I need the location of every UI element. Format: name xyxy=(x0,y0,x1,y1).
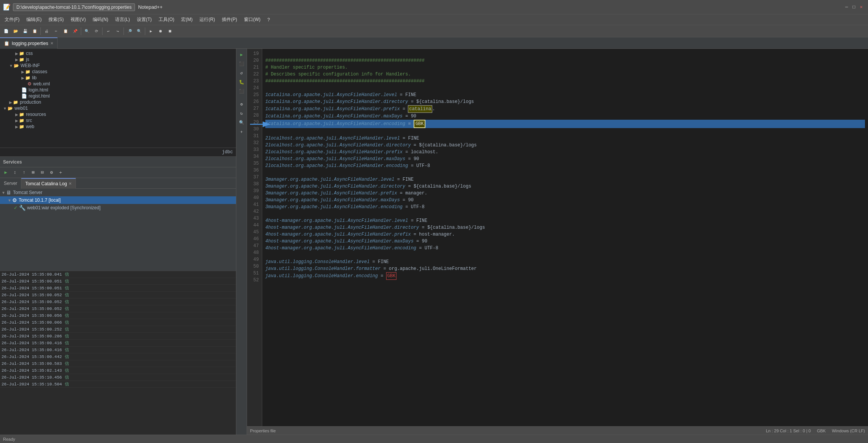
code-line-27: 1catalina.org.apache.juli.AsyncFileHandl… xyxy=(265,105,865,113)
tree-item-css[interactable]: ▶ 📁 css xyxy=(0,50,236,56)
menu-settings[interactable]: 设置(T) xyxy=(134,16,155,24)
tree-label: js xyxy=(26,57,29,62)
menu-file[interactable]: 文件(F) xyxy=(2,16,22,24)
code-val: ${catalina.base}/logs xyxy=(427,224,485,231)
tree-item-production[interactable]: ▶ 📁 production xyxy=(0,99,236,105)
tb-cut[interactable]: ✂ xyxy=(51,27,61,36)
code-eq: = xyxy=(403,149,411,156)
menu-help[interactable]: ? xyxy=(264,16,273,23)
log-time: 26-Jul-2024 15:35:10.504 xyxy=(2,382,62,387)
tree-item-classes[interactable]: ▶ 📁 classes xyxy=(0,69,236,75)
arrow-icon: ▶ xyxy=(9,100,12,104)
code-key: 3manager.org.apache.juli.AsyncFileHandle… xyxy=(265,176,394,183)
server-tab-catalina[interactable]: Tomcat Catalina Log ✕ xyxy=(21,178,75,189)
log-time: 26-Jul-2024 15:35:00.442 xyxy=(2,355,62,359)
tree-item-webinf[interactable]: ▼ 📂 WEB-INF xyxy=(0,63,236,69)
minimize-btn[interactable]: ─ xyxy=(845,5,848,10)
tree-item-web[interactable]: ▶ 📁 web xyxy=(0,124,236,130)
tree-label: web.xml xyxy=(33,81,50,87)
svc-group-btn[interactable]: ⊞ xyxy=(29,169,37,177)
code-line-48 xyxy=(265,252,865,258)
tab-close-btn[interactable]: ✕ xyxy=(50,41,53,45)
menu-view[interactable]: 视图(V) xyxy=(67,16,89,24)
tb-zoom-out[interactable]: 🔍 xyxy=(135,27,144,36)
vtb-add[interactable]: ＋ xyxy=(237,127,246,136)
menu-lang[interactable]: 语言(L) xyxy=(112,16,133,24)
code-key: 1catalina.org.apache.juli.AsyncFileHandl… xyxy=(265,120,405,127)
tb-zoom-in[interactable]: 🔎 xyxy=(125,27,134,36)
svc-run-btn[interactable]: ▶ xyxy=(2,169,10,177)
code-line-35: 2localhost.org.apache.juli.AsyncFileHand… xyxy=(265,162,865,169)
menu-search[interactable]: 搜索(S) xyxy=(45,16,67,24)
tb-macro[interactable]: ▶ xyxy=(146,27,156,36)
menu-window[interactable]: 窗口(W) xyxy=(241,16,263,24)
log-level: 信 xyxy=(65,326,69,332)
code-content[interactable]: ########################################… xyxy=(262,49,868,426)
code-line-19 xyxy=(265,50,865,57)
code-key: 1catalina.org.apache.juli.AsyncFileHandl… xyxy=(265,106,400,112)
code-eq: = xyxy=(408,162,416,169)
vtb-refresh[interactable]: ↻ xyxy=(237,109,246,117)
menu-macro[interactable]: 宏(M) xyxy=(178,16,196,24)
tb-undo[interactable]: ↩ xyxy=(104,27,113,36)
server-tree-tomcat-version[interactable]: ▼ ⚙ Tomcat 10.1.7 [local] xyxy=(0,196,236,204)
tree-item-loginhtml[interactable]: 📄 login.html xyxy=(0,87,236,93)
tb-find[interactable]: 🔍 xyxy=(82,27,91,36)
code-eq: = xyxy=(370,258,378,265)
log-time: 26-Jul-2024 15:35:02.143 xyxy=(2,368,62,373)
tb-replace[interactable]: ⟳ xyxy=(92,27,101,36)
tb-redo[interactable]: ↪ xyxy=(113,27,122,36)
tree-item-web01[interactable]: ▼ 📂 web01 xyxy=(0,105,236,111)
log-time: 26-Jul-2024 15:35:00.416 xyxy=(2,348,62,352)
tree-item-resources[interactable]: ▶ 📁 resources xyxy=(0,111,236,117)
vtb-stop2[interactable]: ⬛ xyxy=(237,87,246,95)
menu-plugins[interactable]: 插件(P) xyxy=(219,16,240,24)
tb-copy[interactable]: 📋 xyxy=(61,27,70,36)
menu-bar: 文件(F) 编辑(E) 搜索(S) 视图(V) 编码(N) 语言(L) 设置(T… xyxy=(0,14,868,25)
vtb-settings[interactable]: ⚙ xyxy=(237,100,246,108)
vtb-debug[interactable]: 🐛 xyxy=(237,78,246,86)
tree-item-webxml[interactable]: ⚙ web.xml xyxy=(0,81,236,87)
svc-expand-btn[interactable]: ↑ xyxy=(20,169,28,177)
log-row: 26-Jul-2024 15:35:00.052 信 xyxy=(0,305,236,312)
server-tree-tomcat-server[interactable]: ▼ 🖥 Tomcat Server xyxy=(0,189,236,196)
vtb-restart[interactable]: ↺ xyxy=(237,69,246,77)
tree-item-lib[interactable]: ▶ 📁 lib xyxy=(0,75,236,81)
tb-macro2[interactable]: ⏺ xyxy=(156,27,165,36)
log-row: 26-Jul-2024 15:35:00.252 信 xyxy=(0,326,236,333)
menu-run[interactable]: 运行(R) xyxy=(196,16,218,24)
svc-settings-btn[interactable]: ⚙ xyxy=(47,169,56,177)
svc-collapse-btn[interactable]: ↕ xyxy=(11,169,19,177)
server-tab-server[interactable]: Server xyxy=(0,178,21,189)
tree-item-js[interactable]: ▶ 📁 js xyxy=(0,56,236,63)
svc-add-btn[interactable]: ＋ xyxy=(56,169,65,177)
server-tree-webapp[interactable]: ✓ 🔧 web01:war exploded [Synchronized] xyxy=(0,204,236,212)
tab-logging-properties[interactable]: 📋 logging.properties ✕ xyxy=(0,37,58,49)
tb-save[interactable]: 💾 xyxy=(21,27,30,36)
tree-item-src[interactable]: ▶ 📁 src xyxy=(0,117,236,124)
code-key: java.util.logging.ConsoleHandler.level xyxy=(265,258,370,265)
menu-tools[interactable]: 工具(O) xyxy=(156,16,177,24)
vtb-run[interactable]: ▶ xyxy=(237,50,246,59)
right-panel: 1920212223 2425262728 2930313233 3435363… xyxy=(247,49,868,435)
code-line-34: 2localhost.org.apache.juli.AsyncFileHand… xyxy=(265,156,865,162)
tb-print[interactable]: 🖨 xyxy=(42,27,51,36)
vtb-search[interactable]: 🔍 xyxy=(237,118,246,127)
code-line-31: 2localhost.org.apache.juli.AsyncFileHand… xyxy=(265,135,865,142)
tb-save-all[interactable]: 📋 xyxy=(30,27,39,36)
tb-paste[interactable]: 📌 xyxy=(71,27,80,36)
menu-edit[interactable]: 编辑(E) xyxy=(23,16,45,24)
tb-macro3[interactable]: ⏹ xyxy=(165,27,175,36)
code-val: localhost. xyxy=(411,149,438,156)
log-time: 26-Jul-2024 15:35:00.041 xyxy=(2,272,62,277)
vtb-stop[interactable]: ⬛ xyxy=(237,59,246,68)
tree-item-registhtml[interactable]: 📄 regist.html xyxy=(0,93,236,99)
menu-encode[interactable]: 编码(N) xyxy=(90,16,111,24)
arrow-icon: ▶ xyxy=(15,125,18,129)
tb-open[interactable]: 📂 xyxy=(11,27,20,36)
close-btn[interactable]: ✕ xyxy=(860,4,863,10)
tb-new[interactable]: 📄 xyxy=(2,27,11,36)
svc-filter-btn[interactable]: ⊟ xyxy=(38,169,47,177)
server-tab-close-icon[interactable]: ✕ xyxy=(69,181,72,186)
maximize-btn[interactable]: □ xyxy=(853,5,855,10)
